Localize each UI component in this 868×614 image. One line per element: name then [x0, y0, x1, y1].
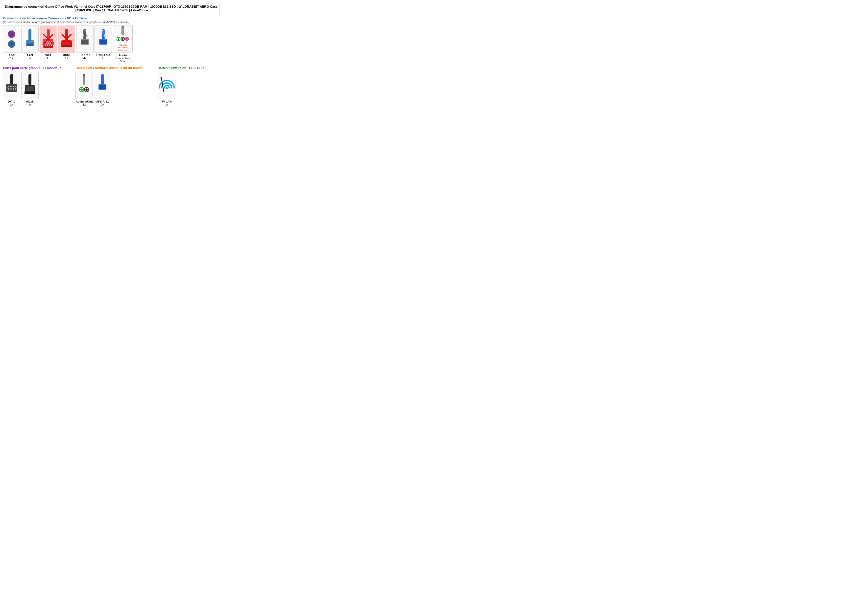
svg-rect-49: [122, 28, 124, 35]
connector-count-lan: 1x: [28, 57, 31, 60]
svg-point-53: [122, 38, 124, 40]
connector-usb2: USB 2.0 4x: [76, 25, 93, 63]
connector-count-ps2: 1x: [10, 57, 13, 60]
pci-section: Cartes d'extension - PCI / PCIe: [158, 66, 205, 107]
svg-point-90: [161, 77, 162, 78]
connector-label-dvid: DVI-D: [8, 100, 16, 103]
connector-label-usba3-mb: USB-A 3.0: [96, 54, 110, 57]
connector-box-audio-mb: *7.1 avec Frontpanel Connector: [113, 25, 133, 53]
connector-count-vga: 1x: [47, 57, 50, 60]
connector-box-usba3-front: [94, 72, 111, 99]
svg-point-73: [6, 87, 8, 89]
svg-point-72: [15, 89, 16, 90]
connector-count-dvid: 1x: [10, 103, 13, 106]
page-title: Diagramme de connexion Game Office Work …: [3, 3, 220, 14]
connector-count-audio-mb: 5.1x: [120, 60, 126, 63]
svg-rect-7: [43, 45, 53, 48]
usba3-mb-svg: [97, 29, 109, 49]
svg-rect-87: [99, 85, 106, 89]
connector-count-wlan: 1x: [165, 103, 168, 106]
connector-hdmi-mb: HDMI 1x: [58, 25, 75, 63]
connector-label-usb2: USB 2.0: [79, 54, 90, 57]
front-connectors-row: Audio In/Out 1x USB-A 3.0 2x: [76, 72, 143, 106]
hdmi-gpu-svg: [24, 74, 36, 96]
svg-point-74: [16, 87, 17, 89]
connector-vga: VGA 1x: [40, 25, 57, 63]
connector-label-wlan: W-LAN: [162, 100, 172, 103]
svg-point-71: [13, 89, 14, 90]
connector-label-usba3-front: USB-A 3.0: [96, 100, 109, 103]
svg-rect-24: [65, 29, 68, 40]
svg-point-14: [48, 43, 49, 44]
connector-dvid: DVI-D 1x: [3, 72, 20, 106]
connector-box-hdmi-mb: [58, 25, 75, 53]
dvid-svg: [6, 74, 17, 96]
connector-box-wlan: [158, 72, 176, 99]
svg-point-8: [45, 40, 46, 42]
connector-box-usb2: [76, 25, 93, 53]
connector-count-audio-front: 1x: [83, 103, 85, 106]
svg-point-62: [15, 86, 16, 87]
motherboard-section-subtitle: (les connexions moniteur/carte graphique…: [3, 20, 220, 23]
svg-point-61: [13, 86, 14, 87]
audio-mb-svg: [114, 26, 131, 44]
connector-box-usba3-mb: [95, 25, 112, 53]
svg-rect-31: [81, 40, 88, 44]
connector-label-audio-mb: Audio: [119, 54, 127, 57]
svg-point-60: [11, 86, 12, 87]
svg-rect-40: [100, 40, 107, 44]
svg-rect-0: [28, 29, 31, 40]
svg-point-10: [49, 40, 50, 42]
connector-ps2: PS/2 1x: [3, 25, 20, 63]
front-section: Connexions frontales avant / haut du boî…: [76, 66, 143, 107]
svg-point-51: [118, 38, 119, 40]
ps2-icon: [6, 29, 17, 49]
svg-point-65: [11, 88, 12, 89]
svg-point-68: [8, 89, 9, 90]
connector-usba3-front: USB-A 3.0 2x: [94, 72, 111, 106]
svg-point-19: [49, 45, 50, 46]
pci-section-title: Cartes d'extension - PCI / PCIe: [158, 66, 205, 70]
wlan-svg: [159, 74, 175, 96]
svg-point-17: [45, 45, 46, 46]
svg-point-11: [51, 40, 52, 42]
svg-rect-75: [28, 74, 31, 85]
motherboard-section-title: Connexions de la carte mère Connexions P…: [3, 16, 220, 20]
front-section-title: Connexions frontales avant / haut du boî…: [76, 66, 143, 70]
svg-point-70: [11, 89, 12, 90]
gpu-connectors-row: DVI-D 1x HDMI 1x: [3, 72, 60, 106]
vga-icon: [42, 29, 54, 49]
connector-label-vga: VGA: [45, 54, 51, 57]
motherboard-section: Connexions de la carte mère Connexions P…: [3, 16, 220, 63]
connector-wlan: W-LAN 1x: [158, 72, 176, 106]
svg-point-59: [10, 86, 11, 87]
audio-note-label: *7.1 avec Frontpanel Connector: [113, 44, 132, 53]
svg-point-16: [52, 43, 53, 44]
connector-usba3-mb: USB-A 3.0 2x: [95, 25, 112, 63]
lan-icon: [24, 29, 36, 49]
connector-box-vga: [40, 25, 57, 53]
connector-count-usba3-front: 2x: [101, 103, 104, 106]
svg-point-63: [8, 88, 9, 89]
connector-count-usb2: 4x: [84, 57, 86, 60]
connector-box-ps2: [3, 25, 20, 53]
svg-point-18: [47, 45, 48, 46]
connector-count-hdmi-mb: 1x: [65, 57, 68, 60]
lan-svg: [24, 29, 36, 49]
svg-rect-56: [10, 74, 13, 84]
hdmi-mb-svg: [60, 29, 73, 49]
usba3-front-svg: [96, 74, 108, 96]
svg-point-69: [10, 89, 11, 90]
ps2-circle-blue: [8, 40, 16, 48]
svg-point-64: [10, 88, 11, 89]
connector-hdmi-gpu: HDMI 1x: [21, 72, 39, 106]
svg-rect-5: [47, 29, 50, 39]
connector-box-hdmi-gpu: [21, 72, 39, 99]
svg-point-46: [104, 35, 105, 37]
svg-point-82: [81, 89, 83, 91]
svg-point-66: [13, 88, 14, 89]
pci-connectors-row: W-LAN 1x: [158, 72, 205, 106]
svg-point-4: [31, 41, 33, 42]
motherboard-connectors-row: PS/2 1x: [3, 25, 220, 63]
svg-rect-2: [27, 44, 33, 45]
